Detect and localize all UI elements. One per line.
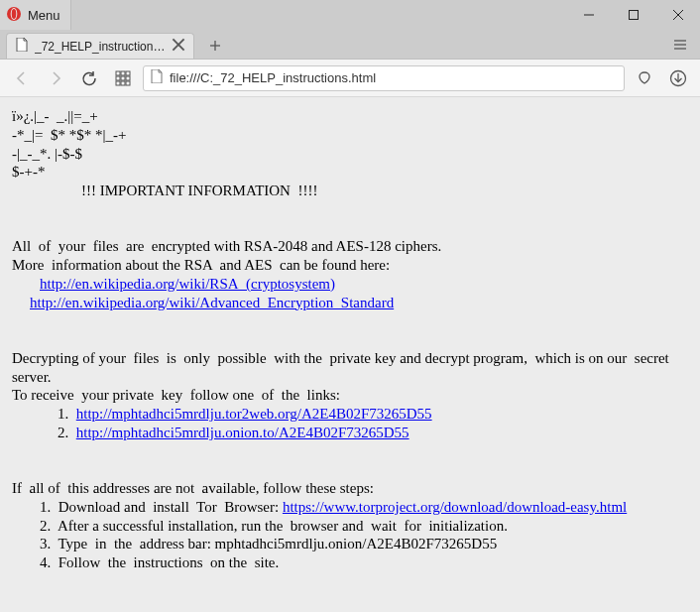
step-text: 4. Follow the instructions on the site. — [12, 553, 688, 572]
paragraph: If all of this addresses are not availab… — [12, 480, 374, 496]
svg-rect-22 — [126, 81, 130, 85]
paragraph: To receive your private key follow one o… — [12, 387, 340, 403]
menu-button[interactable]: Menu — [0, 0, 71, 30]
link-onion-1[interactable]: http://mphtadhci5mrdlju.tor2web.org/A2E4… — [76, 406, 432, 422]
customize-button[interactable] — [666, 31, 694, 59]
file-icon — [15, 38, 29, 55]
speed-dial-button[interactable] — [109, 64, 137, 92]
close-icon[interactable] — [172, 38, 185, 55]
file-icon — [150, 69, 164, 86]
svg-rect-14 — [116, 71, 120, 75]
svg-rect-4 — [629, 11, 638, 20]
menu-label: Menu — [28, 8, 60, 23]
link-rsa-wikipedia[interactable]: http://en.wikipedia.org/wiki/RSA_(crypto… — [40, 276, 335, 292]
opera-icon — [6, 6, 22, 25]
svg-rect-21 — [121, 81, 125, 85]
bookmark-button[interactable] — [631, 64, 658, 92]
window-controls — [566, 0, 700, 30]
paragraph: All of your files are encrypted with RSA… — [12, 238, 441, 254]
svg-rect-18 — [121, 76, 125, 80]
minimize-button[interactable] — [566, 0, 611, 30]
step-text: 1. Download and install Tor Browser: — [40, 499, 283, 515]
window-titlebar: Menu — [0, 0, 700, 30]
tab-title: _72_HELP_instructions.htm — [35, 40, 166, 54]
new-tab-button[interactable] — [202, 33, 228, 59]
important-heading: !!! IMPORTANT INFORMATION !!!! — [12, 182, 688, 200]
maximize-button[interactable] — [611, 0, 655, 30]
address-bar[interactable]: file:///C:_72_HELP_instructions.html — [143, 65, 625, 91]
list-number: 1. — [58, 406, 76, 422]
close-button[interactable] — [655, 0, 700, 30]
svg-rect-16 — [126, 71, 130, 75]
titlebar-drag-area[interactable] — [71, 0, 566, 30]
step-text: 3. Type in the address bar: mphtadhci5mr… — [12, 535, 688, 553]
toolbar: file:///C:_72_HELP_instructions.html — [0, 60, 700, 97]
ascii-art-top: ï»¿.|_- _.||=_+ -*_|= $* *$* *|_-+ -|_-_… — [12, 108, 126, 180]
link-aes-wikipedia[interactable]: http://en.wikipedia.org/wiki/Advanced_En… — [30, 295, 394, 310]
paragraph: More information about the RSA and AES c… — [12, 257, 390, 273]
list-number: 2. — [58, 425, 76, 440]
svg-rect-20 — [116, 81, 120, 85]
tab[interactable]: _72_HELP_instructions.htm — [6, 33, 194, 59]
reload-button[interactable] — [75, 64, 103, 92]
tab-strip: _72_HELP_instructions.htm — [0, 30, 700, 60]
paragraph: Decrypting of your files is only possibl… — [12, 350, 676, 385]
svg-point-2 — [12, 9, 17, 19]
url-text: file:///C:_72_HELP_instructions.html — [170, 70, 376, 85]
step-text: 2. After a successful installation, run … — [12, 517, 688, 536]
svg-rect-15 — [121, 71, 125, 75]
page-content: ï»¿.|_- _.||=_+ -*_|= $* *$* *|_-+ -|_-_… — [0, 97, 700, 612]
svg-rect-19 — [126, 76, 130, 80]
link-onion-2[interactable]: http://mphtadhci5mrdlju.onion.to/A2E4B02… — [76, 425, 409, 440]
svg-rect-17 — [116, 76, 120, 80]
link-tor-download[interactable]: https://www.torproject.org/download/down… — [283, 499, 627, 515]
back-button[interactable] — [8, 64, 36, 92]
forward-button[interactable] — [42, 64, 69, 92]
downloads-button[interactable] — [664, 64, 692, 92]
